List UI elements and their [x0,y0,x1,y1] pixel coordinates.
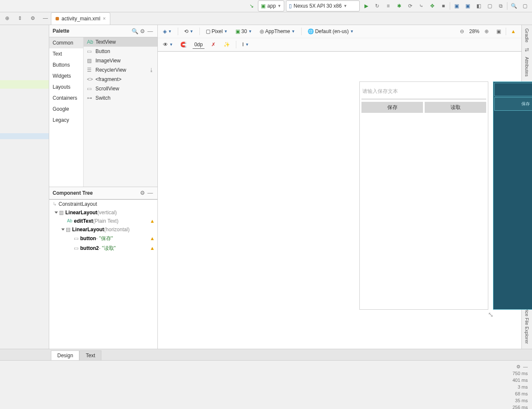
run-icon[interactable]: ▶ [361,1,371,11]
tree-button1[interactable]: ▭ button- "保存" ▲ [49,234,157,244]
close-tab-icon[interactable]: × [103,16,106,22]
palette-search-icon[interactable]: 🔍 [131,28,139,34]
category-buttons[interactable]: Buttons [49,59,83,70]
infer-constraints-icon[interactable]: ✨ [222,40,232,49]
run-config-dropdown[interactable]: ▣ app ▼ [258,0,284,11]
warnings-icon[interactable]: ▲ [509,27,518,36]
settings-icon[interactable]: ⚙ [28,14,37,23]
palette-settings-icon[interactable]: ⚙ [139,28,146,34]
widget-scrollview[interactable]: ▭ScrollView [84,84,157,93]
widget-switch[interactable]: ⊶Switch [84,93,157,103]
zoom-in-icon[interactable]: ⊕ [482,27,491,36]
tree-hide-icon[interactable]: — [146,190,154,196]
expand-icon[interactable] [55,211,58,213]
palette-widgets: AbTextView ▭Button ▨ImageView ☰RecyclerV… [84,37,157,187]
gutter-highlight-blue [0,133,49,139]
status-bar: ⚙ — 750 ms 401 ms 3 ms 68 ms 35 ms 256 m… [0,360,532,409]
widget-button[interactable]: ▭Button [84,47,157,56]
main-toolbar: ↘ ▣ app ▼ ▯ Nexus 5X API 30 x86 ▼ ▶ ↻ ≡ … [0,0,532,12]
design-canvas[interactable]: ↖ 请输入保存文本 保存 读取 editText 保存 读取 ⤡ [158,52,521,349]
debug-icon[interactable]: ✱ [395,1,404,11]
download-icon[interactable]: ⭳ [149,67,154,73]
category-google[interactable]: Google [49,104,83,115]
menu-lines-icon[interactable]: ≡ [384,1,393,11]
gutter-highlight-green [0,80,49,89]
category-common[interactable]: Common [49,37,83,48]
warning-icon[interactable]: ▲ [150,218,155,224]
tree-linearlayout-v[interactable]: ▥ LinearLayout(vertical) [49,208,157,217]
orientation-icon[interactable]: ⟲▼ [182,28,195,35]
status-time: 3 ms [490,384,528,390]
apply-changes-icon[interactable]: ↻ [372,1,382,11]
user-icon[interactable]: ▢ [520,1,529,11]
app-links-icon[interactable]: ⧉ [496,1,505,11]
tree-settings-icon[interactable]: ⚙ [139,190,146,196]
attributes-icon: ⇄ [525,47,529,53]
status-time: 401 ms [490,377,528,384]
zoom-out-icon[interactable]: ⊖ [457,27,467,36]
tab-text[interactable]: Text [79,350,101,360]
status-timings: ⚙ — 750 ms 401 ms 3 ms 68 ms 35 ms 256 m… [490,361,532,409]
surface-select-icon[interactable]: ◈▼ [161,28,174,35]
target-icon[interactable]: ⊕ [3,14,12,23]
stop-icon[interactable]: ■ [439,1,448,11]
view-options-icon[interactable]: 👁▼ [161,41,175,48]
linearlayout-h-icon: ▤ [66,227,70,233]
widget-textview[interactable]: AbTextView [84,37,157,47]
resize-handle-icon[interactable]: ⤡ [488,311,493,319]
category-containers[interactable]: Containers [49,92,83,104]
status-hide-icon[interactable]: — [523,364,528,369]
category-text[interactable]: Text [49,48,83,59]
edittext-icon: Ab [67,219,72,223]
collapse-icon[interactable]: ⇕ [15,14,25,23]
device-label: Nexus 5X API 30 x86 [294,3,342,9]
coverage-icon[interactable]: ⤷ [417,1,426,11]
attach-icon[interactable]: ✥ [428,1,437,11]
status-time: 750 ms [490,370,528,377]
category-widgets[interactable]: Widgets [49,70,83,81]
preview-save-button: 保存 [361,102,423,113]
layout-inspector-icon[interactable]: ◧ [474,1,483,11]
hide-icon[interactable]: — [41,14,50,23]
warning-icon[interactable]: ▲ [150,235,155,241]
tab-design[interactable]: Design [51,350,79,360]
category-legacy[interactable]: Legacy [49,115,83,126]
zoom-fit-icon[interactable]: ▣ [494,27,503,36]
widget-recyclerview[interactable]: ☰RecyclerView⭳ [84,65,157,75]
widget-imageview[interactable]: ▨ImageView [84,56,157,65]
profiler-icon[interactable]: ⟳ [406,1,415,11]
component-tree-header: Component Tree ⚙ — [49,187,157,199]
design-preview[interactable]: 请输入保存文本 保存 读取 [359,81,488,310]
sdk-icon[interactable]: ▣ [463,1,472,11]
device-dropdown[interactable]: ▯ Nexus 5X API 30 x86 ▼ [286,0,360,11]
tab-attributes[interactable]: Attributes [524,55,529,78]
status-time: 68 ms [490,390,528,397]
theme-select[interactable]: ◎AppTheme▼ [258,28,297,35]
align-icon[interactable]: Ⅰ▼ [241,41,251,48]
magnet-icon[interactable]: 🧲 [179,40,188,49]
default-margin[interactable]: 0dp [193,41,204,49]
palette-categories: Common Text Buttons Widgets Layouts Cont… [49,37,84,187]
layout-icon: ↳ [53,201,57,207]
tab-gradle[interactable]: Gradle [524,27,529,44]
sync-icon[interactable]: ↘ [247,1,256,11]
locale-select[interactable]: 🌐Default (en-us)▼ [306,28,356,35]
warning-icon[interactable]: ▲ [150,245,155,251]
tree-button2[interactable]: ▭ button2- "读取" ▲ [49,244,157,253]
tree-constraintlayout[interactable]: ↳ ConstraintLayout [49,200,157,208]
expand-icon[interactable] [62,228,65,230]
file-tab-activity-main[interactable]: activity_main.xml × [51,12,110,25]
widget-fragment[interactable]: <><fragment> [84,75,157,84]
api-select[interactable]: ▣30▼ [234,28,254,35]
tree-edittext[interactable]: Ab editText(Plain Text) ▲ [49,217,157,225]
search-icon[interactable]: 🔍 [509,1,518,11]
palette-hide-icon[interactable]: — [146,28,154,34]
resource-manager-icon[interactable]: ▢ [485,1,494,11]
category-layouts[interactable]: Layouts [49,81,83,92]
clear-constraints-icon[interactable]: ✗ [209,40,218,49]
device-select[interactable]: ▢Pixel▼ [204,28,230,35]
tree-linearlayout-h[interactable]: ▤ LinearLayout(horizontal) [49,225,157,234]
status-gear-icon[interactable]: ⚙ [516,364,521,369]
avd-icon[interactable]: ▣ [452,1,461,11]
blueprint-preview[interactable]: editText 保存 读取 [493,81,532,310]
